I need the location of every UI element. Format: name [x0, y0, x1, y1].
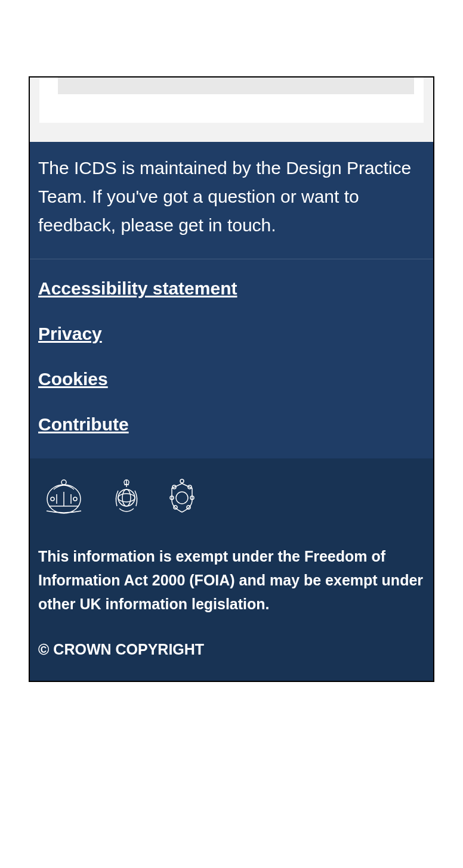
crest-row — [38, 476, 425, 516]
privacy-link[interactable]: Privacy — [38, 324, 425, 344]
svg-point-15 — [180, 479, 184, 483]
svg-point-1 — [61, 480, 66, 485]
globe-crest-icon — [113, 476, 140, 516]
footer-links-section: Accessibility statement Privacy Cookies … — [30, 259, 433, 458]
svg-point-4 — [118, 489, 135, 506]
svg-point-3 — [73, 497, 77, 501]
contribute-link[interactable]: Contribute — [38, 414, 425, 435]
footer-bottom-section: This information is exempt under the Fre… — [30, 458, 433, 681]
cookies-link[interactable]: Cookies — [38, 369, 425, 389]
copyright-text: © CROWN COPYRIGHT — [38, 641, 425, 658]
svg-point-6 — [122, 489, 131, 506]
content-placeholder — [58, 78, 414, 94]
shield-crest-icon — [167, 476, 197, 516]
page-container: The ICDS is maintained by the Design Pra… — [29, 76, 434, 682]
royal-crest-icon — [42, 476, 86, 516]
foia-exempt-text: This information is exempt under the Fre… — [38, 544, 425, 616]
accessibility-link[interactable]: Accessibility statement — [38, 278, 425, 299]
svg-point-8 — [176, 492, 188, 504]
footer-intro-text: The ICDS is maintained by the Design Pra… — [30, 142, 433, 259]
content-area — [39, 78, 424, 123]
svg-point-2 — [51, 497, 54, 501]
svg-point-5 — [118, 494, 135, 502]
